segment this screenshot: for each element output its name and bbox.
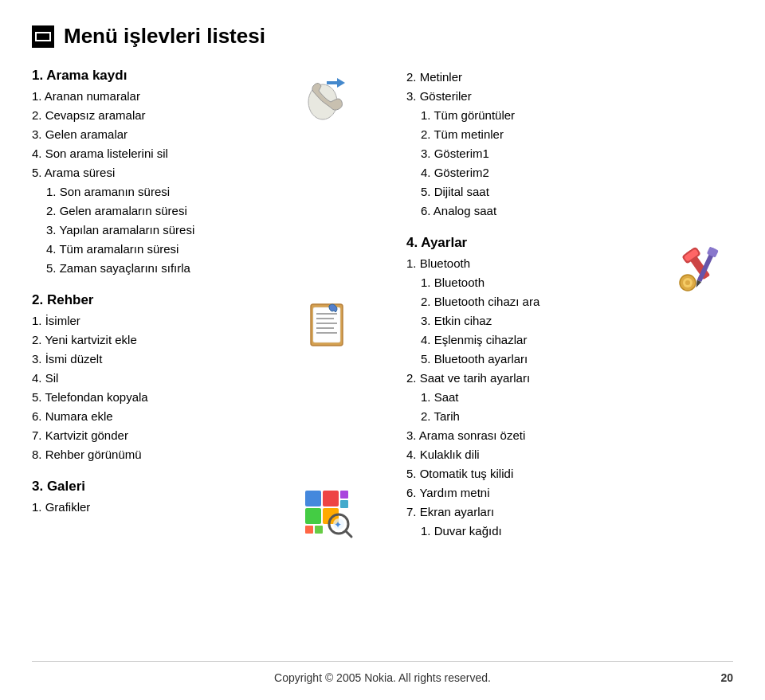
svg-rect-2 <box>37 33 49 40</box>
list-item: 6. Analog saat <box>421 201 733 221</box>
list-item: 1. Duvar kağıdı <box>421 522 669 541</box>
list-item: 1. Aranan numaralar <box>32 87 295 106</box>
section2-title: 2. Rehber <box>32 292 295 308</box>
list-item: 5. Dijital saat <box>421 182 733 201</box>
list-item: 6. Numara ekle <box>32 407 295 426</box>
svg-rect-19 <box>305 526 313 534</box>
list-item: 7. Ekran ayarları <box>406 503 669 522</box>
list-item: 3. Arama sonrası özeti <box>406 426 669 445</box>
list-item: 5. Otomatik tuş kilidi <box>406 464 669 483</box>
list-item: 1. Grafikler <box>32 498 295 517</box>
ayarlar-icon <box>672 239 732 299</box>
list-item: 1. Saat <box>421 388 669 407</box>
rehber-icon <box>299 296 355 352</box>
list-item: 7. Kartvizit gönder <box>32 426 295 445</box>
list-item: 2. Metinler <box>406 68 733 87</box>
section-arama-kaydi: 1. Arama kaydı 1. Aranan numaralar 2. Ce… <box>32 68 359 278</box>
phone-icon <box>299 72 355 127</box>
page-title: Menü işlevleri listesi <box>64 24 265 49</box>
list-item: 3. Yapılan aramaların süresi <box>46 221 295 240</box>
galeri-icon-wrapper: ✦ <box>295 479 359 542</box>
svg-point-33 <box>685 280 690 285</box>
rehber-icon-wrapper <box>295 292 359 352</box>
list-item: 4. Son arama listelerini sil <box>32 144 295 163</box>
svg-rect-17 <box>340 491 348 499</box>
footer: Copyright © 2005 Nokia. All rights reser… <box>32 661 733 684</box>
content-grid: 1. Arama kaydı 1. Aranan numaralar 2. Ce… <box>32 68 733 557</box>
list-item: 5. Telefondan kopyala <box>32 388 295 407</box>
list-item: 1. Son aramanın süresi <box>46 182 295 201</box>
svg-rect-5 <box>327 81 338 84</box>
section-ayarlar: 4. Ayarlar 1. Bluetooth 1. Bluetooth 2. … <box>406 235 733 541</box>
list-item: 1. Bluetooth <box>421 273 669 292</box>
list-item: 3. Etkin cihaz <box>421 311 669 330</box>
svg-rect-7 <box>313 307 340 342</box>
list-item: 2. Tarih <box>421 407 669 426</box>
section-rehber: 2. Rehber 1. İsimler 2. Yeni kartvizit e… <box>32 292 359 464</box>
section2-list: 1. İsimler 2. Yeni kartvizit ekle 3. İsm… <box>32 311 295 464</box>
title-icon <box>32 25 54 48</box>
list-item: 2. Cevapsız aramalar <box>32 106 295 125</box>
list-item: 3. Gösteriler <box>406 87 733 106</box>
list-item: 2. Saat ve tarih ayarları <box>406 369 669 388</box>
list-item: 1. Bluetooth <box>406 254 669 273</box>
galeri-continuation: 2. Metinler 3. Gösteriler 1. Tüm görüntü… <box>406 68 733 221</box>
list-item: 2. Tüm metinler <box>421 125 733 144</box>
list-item: 3. İsmi düzelt <box>32 350 295 369</box>
phone-icon-wrapper <box>295 68 359 127</box>
svg-rect-20 <box>315 526 323 534</box>
svg-rect-13 <box>305 491 321 506</box>
right-column: 2. Metinler 3. Gösteriler 1. Tüm görüntü… <box>398 68 733 557</box>
section3-list: 1. Grafikler <box>32 498 295 517</box>
list-item: 3. Gösterim1 <box>421 144 733 163</box>
list-item: 2. Bluetooth cihazı ara <box>421 292 669 311</box>
list-item: 2. Yeni kartvizit ekle <box>32 330 295 350</box>
svg-rect-14 <box>323 491 339 506</box>
svg-rect-18 <box>340 500 348 508</box>
section4-title: 4. Ayarlar <box>406 235 669 251</box>
list-item: 1. Tüm görüntüler <box>421 106 733 125</box>
list-item: 4. Gösterim2 <box>421 163 733 182</box>
svg-marker-4 <box>337 78 345 88</box>
list-item: 2. Gelen aramaların süresi <box>46 201 295 221</box>
list-item: 1. İsimler <box>32 311 295 330</box>
galeri-cont-list: 2. Metinler 3. Gösteriler 1. Tüm görüntü… <box>406 68 733 221</box>
list-item: 4. Tüm aramaların süresi <box>46 240 295 259</box>
svg-rect-15 <box>305 508 321 524</box>
footer-text: Copyright © 2005 Nokia. All rights reser… <box>274 671 491 684</box>
list-item: 4. Kulaklık dili <box>406 445 669 464</box>
page-title-block: Menü işlevleri listesi <box>32 24 733 49</box>
list-item: 3. Gelen aramalar <box>32 125 295 144</box>
section-galeri: 3. Galeri 1. Grafikler <box>32 479 359 542</box>
list-item: 5. Zaman sayaçlarını sıfırla <box>46 259 295 278</box>
section3-title: 3. Galeri <box>32 479 295 495</box>
section1-list: 1. Aranan numaralar 2. Cevapsız aramalar… <box>32 87 295 278</box>
left-column: 1. Arama kaydı 1. Aranan numaralar 2. Ce… <box>32 68 367 557</box>
page-number: 20 <box>720 671 733 684</box>
section1-title: 1. Arama kaydı <box>32 68 295 84</box>
page-container: Menü işlevleri listesi 1. Arama kaydı 1.… <box>0 0 765 604</box>
galeri-icon: ✦ <box>297 483 357 542</box>
list-item: 8. Rehber görünümü <box>32 445 295 464</box>
svg-line-22 <box>346 531 351 537</box>
list-item: 4. Sil <box>32 369 295 388</box>
ayarlar-icon-wrapper <box>669 235 733 299</box>
section4-list: 1. Bluetooth 1. Bluetooth 2. Bluetooth c… <box>406 254 669 541</box>
list-item: 6. Yardım metni <box>406 483 669 503</box>
list-item: 5. Bluetooth ayarları <box>421 350 669 369</box>
svg-text:✦: ✦ <box>334 519 342 530</box>
list-item: 4. Eşlenmiş cihazlar <box>421 330 669 350</box>
list-item: 5. Arama süresi <box>32 163 295 182</box>
